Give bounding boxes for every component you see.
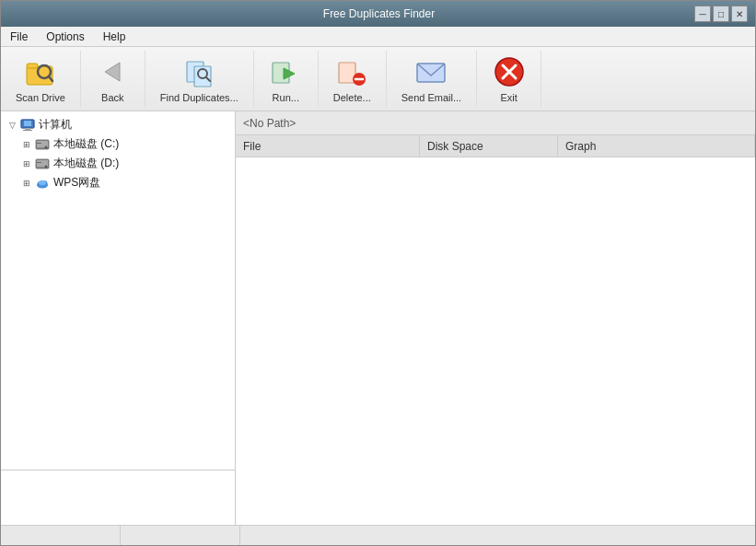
svg-rect-20 <box>24 121 31 126</box>
path-bar: <No Path> <box>236 111 755 135</box>
delete-label: Delete... <box>333 92 371 103</box>
svg-point-29 <box>45 165 48 168</box>
main-window: Free Duplicates Finder ─ □ ✕ File Option… <box>0 0 756 546</box>
wps-cloud-icon <box>34 176 51 191</box>
window-controls: ─ □ ✕ <box>694 6 748 22</box>
svg-point-34 <box>39 180 46 185</box>
tree-expand-wps[interactable]: ⊞ <box>19 176 34 191</box>
svg-rect-30 <box>37 162 41 163</box>
scan-drive-label: Scan Drive <box>16 92 65 103</box>
menu-file[interactable]: File <box>1 27 37 46</box>
find-duplicates-button[interactable]: Find Duplicates... <box>145 51 254 107</box>
status-bar <box>1 525 755 545</box>
back-label: Back <box>101 92 123 103</box>
tree-expand-c[interactable]: ⊞ <box>19 137 34 152</box>
tree-container[interactable]: ▽ 计算机 ⊞ <box>1 111 235 470</box>
menu-options[interactable]: Options <box>37 27 93 46</box>
file-list-header: File Disk Space Graph <box>236 135 755 157</box>
tree-root-children: ⊞ 本地磁盘 (C:) ⊞ <box>5 134 231 192</box>
close-button[interactable]: ✕ <box>731 6 748 22</box>
svg-marker-4 <box>105 63 120 81</box>
run-button[interactable]: Run... <box>254 51 319 107</box>
exit-button[interactable]: Exit <box>477 51 541 107</box>
computer-icon <box>19 118 36 133</box>
status-right <box>121 526 240 545</box>
drive-d-label: 本地磁盘 (D:) <box>53 156 119 171</box>
tree-drive-d[interactable]: ⊞ 本地磁盘 (D:) <box>19 154 231 173</box>
scan-drive-icon <box>24 55 57 88</box>
svg-point-25 <box>45 145 48 148</box>
path-text: <No Path> <box>243 117 296 130</box>
tree-root[interactable]: ▽ 计算机 <box>5 115 231 134</box>
col-header-graph: Graph <box>558 135 755 157</box>
col-header-diskspace: Disk Space <box>420 135 558 157</box>
drive-c-icon <box>34 137 51 152</box>
right-panel: <No Path> File Disk Space Graph <box>236 111 755 525</box>
drive-c-label: 本地磁盘 (C:) <box>53 136 119 152</box>
menu-bar: File Options Help <box>1 27 755 47</box>
tree-expand-d[interactable]: ⊞ <box>19 157 34 171</box>
find-duplicates-label: Find Duplicates... <box>160 92 238 103</box>
back-button[interactable]: Back <box>81 51 145 107</box>
tree-wps-cloud[interactable]: ⊞ WPS网盘 <box>19 173 231 192</box>
toolbar: Scan Drive Back <box>1 47 755 111</box>
main-content: ▽ 计算机 ⊞ <box>1 111 755 525</box>
run-icon <box>269 55 302 88</box>
run-label: Run... <box>273 92 299 103</box>
svg-rect-1 <box>27 64 38 68</box>
tree-expand-root[interactable]: ▽ <box>5 118 19 133</box>
delete-button[interactable]: Delete... <box>319 51 387 107</box>
svg-rect-26 <box>37 143 41 144</box>
wps-cloud-label: WPS网盘 <box>53 175 100 191</box>
tree-bottom-panel <box>1 470 235 525</box>
exit-icon <box>493 55 526 88</box>
file-list-body[interactable] <box>236 157 755 525</box>
maximize-button[interactable]: □ <box>713 6 729 22</box>
minimize-button[interactable]: ─ <box>694 6 711 22</box>
svg-rect-22 <box>23 130 32 131</box>
title-bar: Free Duplicates Finder ─ □ ✕ <box>1 1 755 27</box>
delete-icon <box>335 55 368 88</box>
window-title: Free Duplicates Finder <box>64 7 694 20</box>
svg-rect-21 <box>25 128 30 130</box>
tree-panel: ▽ 计算机 ⊞ <box>1 111 236 525</box>
send-email-button[interactable]: Send Email... <box>387 51 477 107</box>
tree-root-label: 计算机 <box>39 117 72 133</box>
find-duplicates-icon <box>182 55 215 88</box>
send-email-label: Send Email... <box>401 92 461 103</box>
tree-drive-c[interactable]: ⊞ 本地磁盘 (C:) <box>19 134 231 154</box>
col-header-file: File <box>236 135 420 157</box>
status-left <box>1 526 121 545</box>
send-email-icon <box>414 55 448 88</box>
menu-help[interactable]: Help <box>94 27 135 46</box>
exit-label: Exit <box>501 92 518 103</box>
scan-drive-button[interactable]: Scan Drive <box>1 51 81 107</box>
drive-d-icon <box>34 157 51 171</box>
back-icon <box>96 55 129 88</box>
